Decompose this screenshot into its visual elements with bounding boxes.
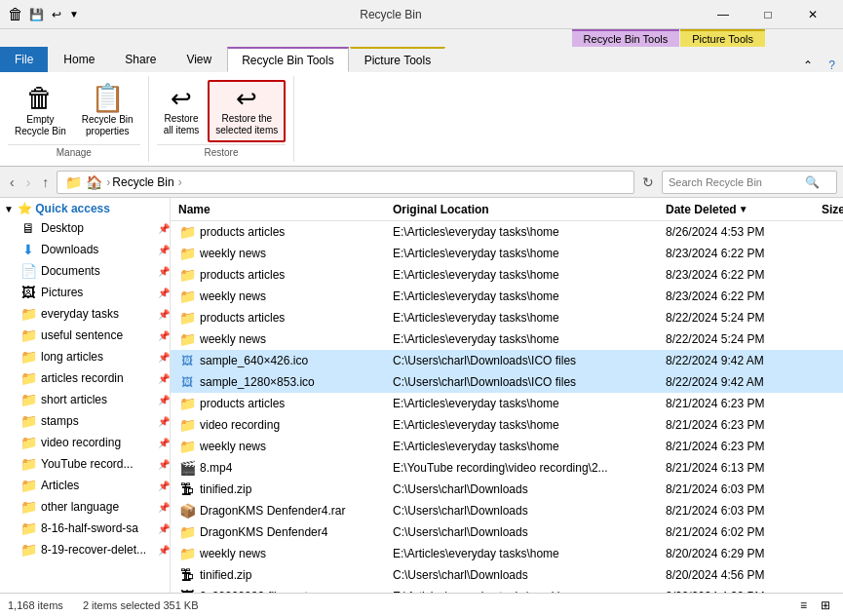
- sidebar-item-video-recording[interactable]: 📁 video recording 📌: [0, 432, 170, 453]
- context-tab-picture-tools[interactable]: Picture Tools: [680, 29, 765, 47]
- table-row[interactable]: 📁weekly news E:\Articles\everyday tasks\…: [171, 543, 843, 564]
- selected-count: 2 items selected 351 KB: [83, 599, 199, 611]
- sidebar-resize-handle[interactable]: [166, 198, 170, 593]
- 8-16-icon: 📁: [19, 520, 37, 536]
- help-btn[interactable]: ?: [821, 58, 843, 72]
- col-header-date[interactable]: Date Deleted ▼: [662, 203, 818, 216]
- file-date: 8/21/2024 6:03 PM: [662, 504, 818, 518]
- table-row[interactable]: 📁products articles E:\Articles\everyday …: [171, 264, 843, 286]
- sidebar-item-articles-recording[interactable]: 📁 articles recordin 📌: [0, 367, 170, 389]
- short-articles-icon: 📁: [19, 392, 37, 407]
- close-btn[interactable]: ✕: [790, 0, 835, 29]
- everyday-tasks-icon: 📁: [19, 306, 37, 322]
- sidebar-item-pictures[interactable]: 🖼 Pictures 📌: [0, 282, 170, 303]
- sidebar-item-articles[interactable]: 📁 Articles 📌: [0, 475, 170, 496]
- sidebar-item-8-19[interactable]: 📁 8-19-recover-delet... 📌: [0, 539, 170, 560]
- col-header-name-label: Name: [178, 203, 211, 216]
- col-header-location[interactable]: Original Location: [389, 203, 662, 216]
- table-row[interactable]: 📁weekly news E:\Articles\everyday tasks\…: [171, 286, 843, 307]
- status-bar: 1,168 items 2 items selected 351 KB ≡ ⊞: [0, 593, 843, 616]
- restore-all-label: Restoreall items: [164, 113, 200, 136]
- sidebar-item-label-8-16: 8-16-half-sword-sa: [41, 521, 156, 535]
- tab-share[interactable]: Share: [110, 47, 171, 72]
- file-date: 8/21/2024 6:02 PM: [662, 525, 818, 539]
- item-count: 1,168 items: [8, 599, 63, 611]
- details-view-btn[interactable]: ≡: [795, 596, 812, 615]
- table-row[interactable]: 📁video recording E:\Articles\everyday ta…: [171, 414, 843, 436]
- undo-qat-btn[interactable]: ↩: [50, 6, 63, 23]
- table-row[interactable]: 📁DragonKMS Denfender4 C:\Users\charl\Dow…: [171, 521, 843, 543]
- restore-all-items-btn[interactable]: ↩ Restoreall items: [157, 81, 207, 141]
- tab-view[interactable]: View: [172, 47, 226, 72]
- file-location: E:\Articles\everyday tasks\home: [389, 311, 662, 325]
- ribbon-section-restore: ↩ Restoreall items ↩ Restore theselected…: [149, 76, 295, 162]
- file-location: E:\Articles\everyday tasks\home: [389, 268, 662, 282]
- restore-selected-btn[interactable]: ↩ Restore theselected items: [208, 80, 286, 142]
- tab-file[interactable]: File: [0, 47, 48, 72]
- restore-selected-label: Restore theselected items: [215, 113, 278, 136]
- sidebar-item-label-pictures: Pictures: [41, 286, 156, 299]
- table-row[interactable]: 📁products articles E:\Articles\everyday …: [171, 393, 843, 414]
- col-header-name[interactable]: Name: [174, 203, 389, 216]
- sidebar-item-downloads[interactable]: ⬇ Downloads 📌: [0, 239, 170, 260]
- minimize-btn[interactable]: —: [701, 0, 746, 29]
- file-list: Name Original Location Date Deleted ▼ Si…: [171, 198, 843, 593]
- col-sort-arrow: ▼: [739, 204, 748, 214]
- file-name: tinified.zip: [200, 482, 251, 496]
- sidebar-item-long-articles[interactable]: 📁 long articles 📌: [0, 346, 170, 367]
- file-location: C:\Users\charl\Downloads: [389, 568, 662, 582]
- table-row[interactable]: 🖼0x00000022-file-system-error.png E:\Art…: [171, 586, 843, 593]
- sidebar-item-stamps[interactable]: 📁 stamps 📌: [0, 410, 170, 432]
- table-row[interactable]: 📁weekly news E:\Articles\everyday tasks\…: [171, 243, 843, 264]
- large-icons-view-btn[interactable]: ⊞: [816, 596, 835, 615]
- context-tab-recycle-bin-tools[interactable]: Recycle Bin Tools: [572, 29, 680, 47]
- table-row[interactable]: 📁weekly news E:\Articles\everyday tasks\…: [171, 328, 843, 350]
- tab-picture-tools[interactable]: Picture Tools: [350, 47, 445, 72]
- sidebar-item-useful-sentence[interactable]: 📁 useful sentence 📌: [0, 325, 170, 346]
- back-btn[interactable]: ‹: [6, 173, 19, 192]
- quick-access-header[interactable]: ▼ ⭐ Quick access: [0, 198, 170, 217]
- table-row[interactable]: 🖼sample_640×426.ico C:\Users\charl\Downl…: [171, 350, 843, 371]
- sidebar-item-short-articles[interactable]: 📁 short articles 📌: [0, 389, 170, 410]
- file-location: E:\Articles\everyday tasks\home: [389, 289, 662, 303]
- table-row[interactable]: 🗜tinified.zip C:\Users\charl\Downloads 8…: [171, 564, 843, 586]
- empty-recycle-bin-btn[interactable]: 🗑 EmptyRecycle Bin: [8, 80, 73, 142]
- address-path[interactable]: 📁 🏠 › Recycle Bin ›: [57, 171, 634, 194]
- tab-recycle-bin-tools[interactable]: Recycle Bin Tools: [227, 47, 349, 72]
- refresh-btn[interactable]: ↻: [638, 173, 658, 192]
- address-home-icon: 🏠: [86, 174, 102, 190]
- file-date: 8/22/2024 5:24 PM: [662, 311, 818, 325]
- sidebar-item-8-16[interactable]: 📁 8-16-half-sword-sa 📌: [0, 518, 170, 539]
- qat-dropdown-btn[interactable]: ▼: [67, 7, 81, 21]
- table-row[interactable]: 📁products articles E:\Articles\everyday …: [171, 221, 843, 243]
- sidebar-item-everyday-tasks[interactable]: 📁 everyday tasks 📌: [0, 303, 170, 325]
- sidebar-item-desktop[interactable]: 🖥 Desktop 📌: [0, 217, 170, 239]
- ribbon-collapse-btn[interactable]: ⌃: [795, 58, 821, 72]
- sidebar-item-documents[interactable]: 📄 Documents 📌: [0, 260, 170, 282]
- forward-btn[interactable]: ›: [22, 173, 35, 192]
- up-btn[interactable]: ↑: [38, 173, 53, 192]
- file-name: sample_1280×853.ico: [200, 375, 315, 389]
- save-qat-btn[interactable]: 💾: [27, 6, 46, 23]
- sidebar-item-youtube-record[interactable]: 📁 YouTube record... 📌: [0, 453, 170, 475]
- empty-recycle-bin-icon: 🗑: [26, 85, 54, 112]
- recycle-bin-properties-btn[interactable]: 📋 Recycle Binproperties: [75, 80, 140, 142]
- col-header-size[interactable]: Size: [818, 203, 843, 216]
- file-location: C:\Users\charl\Downloads: [389, 525, 662, 539]
- tab-home[interactable]: Home: [49, 47, 109, 72]
- file-location: E:\Articles\everyday tasks\home: [389, 440, 662, 453]
- search-box[interactable]: 🔍: [662, 171, 837, 194]
- sidebar-item-other-language[interactable]: 📁 other language 📌: [0, 496, 170, 518]
- sidebar-item-label-articles: Articles: [41, 479, 156, 492]
- file-icon: 🗜: [178, 481, 196, 497]
- file-name: sample_640×426.ico: [200, 354, 308, 367]
- maximize-btn[interactable]: □: [746, 0, 790, 29]
- table-row[interactable]: 🖼sample_1280×853.ico C:\Users\charl\Down…: [171, 371, 843, 393]
- table-row[interactable]: 📦DragonKMS Denfender4.rar C:\Users\charl…: [171, 500, 843, 521]
- table-row[interactable]: 🎬8.mp4 E:\YouTube recording\video record…: [171, 457, 843, 479]
- other-language-icon: 📁: [19, 499, 37, 515]
- table-row[interactable]: 🗜tinified.zip C:\Users\charl\Downloads 8…: [171, 479, 843, 500]
- search-input[interactable]: [669, 176, 805, 188]
- table-row[interactable]: 📁products articles E:\Articles\everyday …: [171, 307, 843, 328]
- table-row[interactable]: 📁weekly news E:\Articles\everyday tasks\…: [171, 436, 843, 457]
